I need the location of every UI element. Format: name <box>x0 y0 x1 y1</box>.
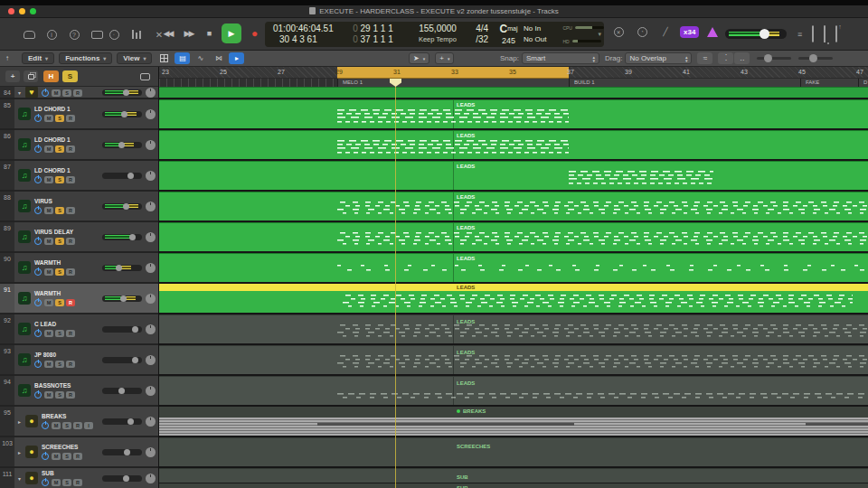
midi-region[interactable]: SCREECHES <box>159 437 868 466</box>
add-track-button[interactable]: + <box>5 70 20 82</box>
marker-track[interactable]: MELO 1BUILD 1FAKED <box>159 79 868 87</box>
command-click-tool-menu[interactable]: +▾ <box>435 52 454 64</box>
solo-button[interactable]: S <box>55 330 64 337</box>
solo-button[interactable]: S <box>55 238 64 245</box>
mute-button[interactable]: M <box>44 391 53 399</box>
solo-button[interactable]: S <box>62 453 71 460</box>
track-header[interactable]: ♫JP 8080MSR <box>14 345 158 374</box>
midi-region[interactable]: LEADS <box>159 222 868 251</box>
hide-tracks-button[interactable]: H <box>43 70 59 82</box>
inspector-icon[interactable]: i <box>44 28 59 41</box>
master-volume-slider[interactable] <box>725 29 787 39</box>
pan-knob[interactable] <box>146 109 156 119</box>
bell-icon[interactable] <box>824 26 826 42</box>
pan-knob[interactable] <box>146 417 156 427</box>
mute-button[interactable]: M <box>44 145 53 153</box>
count-in-icon[interactable]: ✕ <box>611 25 626 38</box>
mute-button[interactable]: M <box>44 268 53 276</box>
track-stack-icon[interactable]: ♥ <box>25 87 38 99</box>
mute-button[interactable]: M <box>52 89 61 97</box>
solo-button[interactable]: S <box>55 115 64 122</box>
pan-knob[interactable] <box>146 140 156 150</box>
volume-knob[interactable] <box>132 326 138 333</box>
midi-region[interactable] <box>159 87 868 98</box>
pan-knob[interactable] <box>146 324 156 334</box>
track-header[interactable]: ♫WARMTHMSR <box>14 284 158 313</box>
share-icon[interactable] <box>835 26 837 42</box>
track-power-button[interactable] <box>34 145 42 153</box>
record-enable-button[interactable]: R <box>66 268 75 276</box>
record-enable-button[interactable]: R <box>73 89 82 97</box>
pan-knob[interactable] <box>146 474 156 483</box>
track-volume-slider[interactable] <box>102 296 142 302</box>
smart-controls-icon[interactable]: ◦ <box>107 28 121 41</box>
solo-button[interactable]: S <box>55 268 64 276</box>
solo-button[interactable]: S <box>62 479 71 486</box>
track-power-button[interactable] <box>42 453 49 460</box>
track-power-button[interactable] <box>42 89 49 97</box>
track-volume-slider[interactable] <box>102 418 142 425</box>
rewind-button[interactable]: ◀◀ <box>159 23 176 43</box>
record-button[interactable]: ● <box>245 23 262 43</box>
disclosure-chevron-icon[interactable]: ▸ <box>18 418 25 425</box>
volume-knob[interactable] <box>121 111 127 117</box>
flex-icon[interactable]: ⋈ <box>211 52 226 64</box>
track-volume-slider[interactable] <box>102 89 142 96</box>
mute-button[interactable]: M <box>52 479 61 486</box>
midi-region[interactable]: LEADS <box>159 376 868 405</box>
plugin-count-badge[interactable]: x34 <box>680 26 699 38</box>
track-power-button[interactable] <box>34 361 42 368</box>
mute-button[interactable]: M <box>52 453 61 460</box>
midi-region[interactable]: LEADS <box>159 130 868 159</box>
track-volume-slider[interactable] <box>102 388 142 394</box>
track-power-button[interactable] <box>34 268 42 276</box>
solo-button[interactable]: S <box>62 89 71 97</box>
lcd-mode-chevron-icon[interactable]: ▾ <box>598 31 601 38</box>
volume-knob[interactable] <box>129 234 136 240</box>
record-enable-button[interactable]: R <box>66 207 75 214</box>
volume-knob[interactable] <box>127 418 134 425</box>
input-monitor-button[interactable]: I <box>84 422 93 429</box>
instrument-note-icon[interactable]: ♫ <box>18 353 31 366</box>
forward-button[interactable]: ▶▶ <box>180 23 197 43</box>
midi-region[interactable]: LEADS <box>159 284 868 313</box>
instrument-note-icon[interactable]: ♫ <box>18 138 31 151</box>
library-icon[interactable] <box>22 28 36 41</box>
marker-segment[interactable]: D <box>858 79 868 87</box>
vertical-auto-zoom-icon[interactable]: ⁚ <box>718 52 733 64</box>
track-power-button[interactable] <box>42 422 49 429</box>
volume-knob[interactable] <box>124 449 130 455</box>
instrument-note-icon[interactable]: ♫ <box>18 169 31 182</box>
track-power-button[interactable] <box>34 176 42 183</box>
midi-region[interactable]: LEADS <box>159 253 868 282</box>
solo-button[interactable]: S <box>55 361 64 368</box>
record-enable-button[interactable]: R <box>66 115 75 122</box>
record-enable-button[interactable]: R <box>66 391 75 399</box>
disclosure-chevron-icon[interactable]: ▾ <box>18 89 25 96</box>
horizontal-zoom-slider[interactable] <box>798 57 833 60</box>
pan-knob[interactable] <box>146 386 156 396</box>
mute-button[interactable]: M <box>44 115 53 122</box>
tuner-icon[interactable]: ◔ <box>635 25 649 38</box>
track-header[interactable]: ♫BASSNOTESMSR <box>14 376 158 405</box>
functions-menu[interactable]: Functions▾ <box>59 52 112 64</box>
midi-region[interactable]: LEADS <box>159 192 868 221</box>
record-enable-button[interactable]: R <box>73 453 82 460</box>
track-volume-slider[interactable] <box>102 111 142 117</box>
record-enable-button[interactable]: R <box>66 176 75 183</box>
regions-view-icon[interactable]: ▤ <box>175 52 190 64</box>
record-enable-button[interactable]: R <box>66 299 75 306</box>
volume-knob[interactable] <box>123 475 129 482</box>
track-power-button[interactable] <box>34 299 42 306</box>
play-button[interactable]: ▶ <box>222 23 241 43</box>
midi-region[interactable]: SUBSUB <box>159 468 868 488</box>
solo-tracks-button[interactable]: S <box>62 70 78 82</box>
instrument-note-icon[interactable]: ♫ <box>18 323 31 335</box>
track-header[interactable]: ♫LD CHORD 1MSR <box>14 161 158 190</box>
volume-knob[interactable] <box>118 388 125 394</box>
solo-button[interactable]: S <box>55 207 64 214</box>
automation-icon[interactable]: ∿ <box>193 52 208 64</box>
track-power-button[interactable] <box>34 115 42 122</box>
marker-segment[interactable]: FAKE <box>800 79 858 87</box>
disclosure-chevron-icon[interactable]: ▾ <box>18 475 25 482</box>
